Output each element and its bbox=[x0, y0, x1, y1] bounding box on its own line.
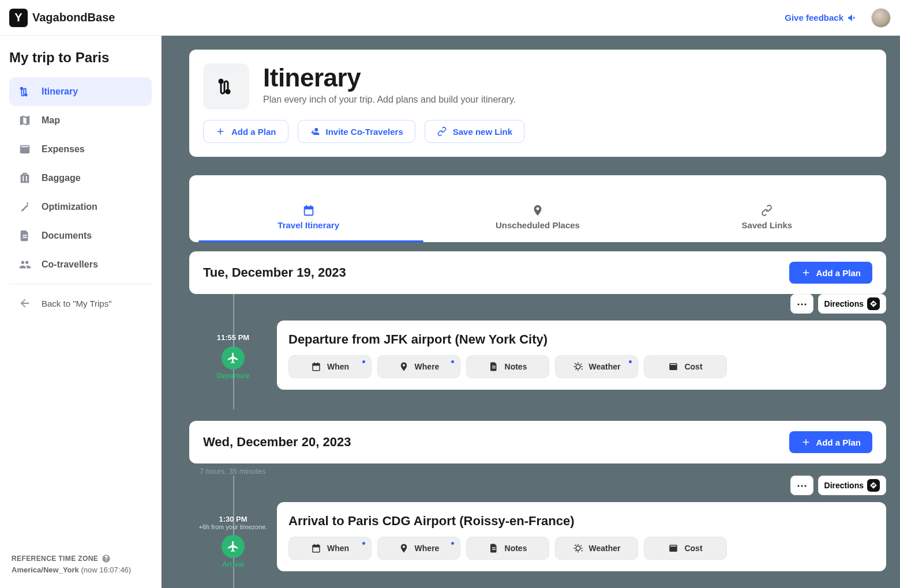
calendar-icon bbox=[311, 361, 321, 372]
chip-notes[interactable]: Notes bbox=[466, 537, 549, 560]
event-more-button[interactable]: ⋯ bbox=[790, 476, 813, 495]
day-header-1: Tue, December 19, 2023 Add a Plan bbox=[189, 251, 886, 294]
calendar-icon bbox=[311, 543, 321, 553]
sidebar-item-documents[interactable]: Documents bbox=[9, 221, 152, 250]
tabs-panel: Travel Itinerary Unscheduled Places Save… bbox=[189, 175, 886, 242]
chip-when[interactable]: When bbox=[288, 537, 372, 560]
trip-title: My trip to Paris bbox=[9, 50, 152, 66]
baggage-icon bbox=[18, 172, 31, 184]
tz-header: REFERENCE TIME ZONE bbox=[12, 555, 98, 563]
tab-saved-links[interactable]: Saved Links bbox=[652, 198, 882, 236]
topbar: Y VagabondBase Give feedback bbox=[0, 0, 900, 36]
logo-badge: Y bbox=[9, 9, 28, 27]
event-directions-button[interactable]: Directions bbox=[818, 476, 886, 495]
chip-where[interactable]: Where bbox=[377, 537, 460, 560]
duration-label: 7 hours, 35 minutes bbox=[189, 463, 886, 476]
plus-icon bbox=[215, 126, 226, 137]
sidebar-item-map[interactable]: Map bbox=[9, 106, 152, 135]
notes-icon bbox=[489, 543, 499, 553]
chip-where[interactable]: Where bbox=[377, 355, 460, 378]
weather-icon bbox=[573, 361, 583, 372]
avatar[interactable] bbox=[871, 8, 891, 28]
give-feedback-label: Give feedback bbox=[785, 13, 843, 22]
event-kind: Arrival bbox=[189, 560, 277, 568]
map-icon bbox=[18, 114, 31, 127]
event-card-arrival: Arrival to Paris CDG Airport (Roissy-en-… bbox=[277, 502, 886, 571]
plus-icon bbox=[801, 267, 811, 278]
sidebar-item-label: Expenses bbox=[42, 144, 85, 154]
sidebar-item-label: Co-travellers bbox=[42, 259, 98, 270]
button-label: Save new Link bbox=[453, 127, 512, 137]
tab-label: Travel Itinerary bbox=[278, 220, 339, 230]
tab-travel-itinerary[interactable]: Travel Itinerary bbox=[194, 198, 423, 236]
event-time: 1:30 PM bbox=[189, 515, 277, 523]
sidebar-item-optimization[interactable]: Optimization bbox=[9, 193, 152, 221]
day-add-plan-button[interactable]: Add a Plan bbox=[789, 262, 872, 284]
sidebar-item-label: Map bbox=[42, 115, 60, 126]
button-label: Invite Co-Travelers bbox=[326, 127, 403, 137]
chip-weather[interactable]: Weather bbox=[555, 355, 638, 378]
day-date: Wed, December 20, 2023 bbox=[203, 435, 351, 450]
page-title: Itinerary bbox=[263, 63, 516, 92]
day-date: Tue, December 19, 2023 bbox=[203, 265, 346, 280]
sidebar-item-label: Itinerary bbox=[42, 86, 78, 97]
sidebar-item-itinerary[interactable]: Itinerary bbox=[9, 77, 152, 106]
event-kind: Departure bbox=[189, 372, 277, 380]
logo-text: VagabondBase bbox=[32, 11, 115, 24]
sidebar-item-baggage[interactable]: Baggage bbox=[9, 164, 152, 193]
back-label: Back to "My Trips" bbox=[42, 299, 112, 308]
event-title: Departure from JFK airport (New York Cit… bbox=[288, 332, 875, 347]
person-plus-icon bbox=[310, 126, 320, 137]
weather-icon bbox=[573, 543, 583, 553]
directions-label: Directions bbox=[824, 481, 864, 490]
header-icon bbox=[203, 63, 249, 110]
event-time: 11:55 PM bbox=[189, 333, 277, 342]
sidebar-item-label: Baggage bbox=[42, 173, 81, 183]
notes-icon bbox=[489, 361, 499, 372]
link-icon bbox=[760, 204, 773, 217]
plane-icon bbox=[227, 540, 239, 553]
sidebar-item-label: Optimization bbox=[42, 202, 97, 212]
tab-label: Saved Links bbox=[742, 220, 793, 230]
tab-indicator bbox=[198, 240, 423, 242]
back-to-trips[interactable]: Back to "My Trips" bbox=[9, 289, 152, 318]
chip-cost[interactable]: Cost bbox=[644, 355, 727, 378]
button-label: Add a Plan bbox=[816, 268, 861, 278]
day-add-plan-button[interactable]: Add a Plan bbox=[789, 431, 872, 453]
invite-cotravelers-button[interactable]: Invite Co-Travelers bbox=[298, 120, 415, 143]
directions-label: Directions bbox=[824, 299, 864, 308]
route-icon bbox=[216, 76, 237, 97]
route-icon bbox=[18, 85, 31, 98]
sidebar-item-expenses[interactable]: Expenses bbox=[9, 135, 152, 164]
save-link-button[interactable]: Save new Link bbox=[425, 120, 524, 143]
calendar-icon bbox=[302, 204, 315, 217]
button-label: Add a Plan bbox=[231, 127, 276, 137]
chip-cost[interactable]: Cost bbox=[644, 537, 727, 560]
give-feedback-link[interactable]: Give feedback bbox=[785, 13, 857, 23]
pin-icon bbox=[399, 361, 409, 372]
megaphone-icon bbox=[847, 13, 857, 23]
sidebar-item-cotravellers[interactable]: Co-travellers bbox=[9, 250, 152, 279]
chip-when[interactable]: When bbox=[288, 355, 372, 378]
main: Itinerary Plan every inch of your trip. … bbox=[162, 36, 900, 588]
help-icon[interactable] bbox=[102, 554, 111, 563]
event-more-button[interactable]: ⋯ bbox=[790, 294, 813, 314]
directions-icon bbox=[867, 479, 880, 492]
tz-now: (now 16:07:46) bbox=[81, 566, 131, 574]
event-directions-button[interactable]: Directions bbox=[818, 294, 886, 314]
link-icon bbox=[437, 126, 447, 137]
credit-card-icon bbox=[18, 143, 31, 156]
chip-notes[interactable]: Notes bbox=[466, 355, 549, 378]
tab-label: Unscheduled Places bbox=[496, 220, 580, 230]
logo[interactable]: Y VagabondBase bbox=[9, 9, 115, 27]
sidebar-item-label: Documents bbox=[42, 231, 92, 241]
add-plan-button[interactable]: Add a Plan bbox=[203, 120, 288, 143]
people-icon bbox=[18, 258, 31, 271]
chip-weather[interactable]: Weather bbox=[555, 537, 638, 560]
timeline-segment-2: ⋯ Directions 1:30 PM +6h from your timez… bbox=[189, 476, 886, 588]
plane-icon bbox=[227, 352, 239, 364]
tab-unscheduled-places[interactable]: Unscheduled Places bbox=[423, 198, 652, 236]
event-card-departure: Departure from JFK airport (New York Cit… bbox=[277, 321, 886, 390]
day-header-2: Wed, December 20, 2023 Add a Plan bbox=[189, 421, 886, 463]
document-icon bbox=[18, 229, 31, 242]
